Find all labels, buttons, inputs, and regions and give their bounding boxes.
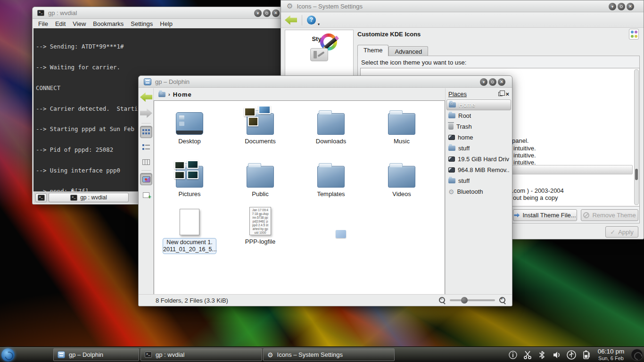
dolphin-app-icon: [58, 351, 65, 358]
terminal-line: --> Waiting for carrier.: [36, 64, 279, 71]
taskbar-item-wvdial[interactable]: gp : wvdial: [140, 348, 262, 361]
new-tab-button[interactable]: [35, 193, 47, 202]
folder-view[interactable]: Desktop Documents Downloads Music: [154, 100, 445, 295]
help-icon: ?: [307, 16, 316, 25]
battery-icon[interactable]: [581, 350, 591, 360]
gear-icon: ⚙: [287, 2, 293, 10]
settings-titlebar[interactable]: ⚙ Icons – System Settings ▾ ×: [281, 0, 644, 12]
folder-item-desktop[interactable]: Desktop: [161, 105, 218, 145]
clock[interactable]: 06:10 pm Sun, 6 Feb: [594, 348, 628, 361]
notifications-icon[interactable]: [508, 350, 518, 360]
cursor-artifact: [336, 230, 346, 238]
maximize-button[interactable]: [263, 9, 271, 17]
zoom-in-icon[interactable]: +: [499, 296, 506, 304]
scrollbar[interactable]: [634, 69, 639, 205]
icon-sizes-icon[interactable]: [629, 29, 639, 40]
zoom-out-icon[interactable]: −: [438, 296, 446, 304]
icons-view-icon: [142, 129, 150, 135]
menu-settings[interactable]: Settings: [131, 20, 153, 27]
place-stuff[interactable]: stuff: [446, 143, 511, 154]
close-button[interactable]: ×: [498, 78, 505, 86]
folder-item-pictures[interactable]: Pictures: [161, 157, 218, 197]
zoom-slider[interactable]: [450, 299, 495, 301]
chevron-down-icon: ▾: [318, 22, 320, 26]
menu-view[interactable]: View: [73, 20, 86, 27]
device-notifier-icon[interactable]: [566, 350, 577, 360]
klipper-scissors-icon[interactable]: [522, 350, 533, 360]
drive-icon: [448, 135, 455, 140]
folder-icon: [448, 146, 455, 151]
folder-item-public[interactable]: Public: [232, 157, 289, 197]
taskbar-item-system-settings[interactable]: ⚙ Icons – System Settings: [263, 348, 395, 361]
help-button[interactable]: ? ▾: [307, 16, 316, 25]
folder-item-videos[interactable]: Videos: [373, 157, 430, 197]
terminal-line: --> Sending: ATDT*99***1#: [36, 43, 279, 50]
workspace-tools-icon[interactable]: [310, 48, 328, 61]
preview-button[interactable]: [140, 173, 152, 185]
clock-time: 06:10 pm: [594, 348, 628, 355]
place-home-partition[interactable]: home: [446, 132, 511, 143]
close-panel-icon[interactable]: ×: [505, 91, 509, 97]
close-button[interactable]: ×: [272, 9, 280, 17]
maximize-button[interactable]: [618, 3, 625, 10]
settings-tabs: Theme Advanced: [357, 45, 428, 56]
remove-theme-button[interactable]: Remove Theme: [581, 209, 638, 221]
zoom-slider-handle[interactable]: [461, 297, 468, 304]
place-root[interactable]: Root: [446, 110, 511, 121]
place-bluetooth[interactable]: ⚙ Bluetooth: [446, 186, 511, 197]
breadcrumb-home[interactable]: Home: [173, 91, 192, 98]
app-launcher-icon[interactable]: [1, 348, 15, 362]
sidebar-item-style[interactable]: Style: [285, 30, 353, 42]
place-trash[interactable]: Trash: [446, 121, 511, 132]
scrollbar-thumb[interactable]: [635, 169, 638, 180]
terminal-tab[interactable]: gp : wvdial: [49, 193, 129, 202]
breadcrumb[interactable]: ⌂ › Home: [154, 88, 445, 100]
install-icon: [514, 213, 520, 217]
preview-icon: [142, 176, 150, 182]
folder-item-downloads[interactable]: Downloads: [303, 105, 359, 145]
menu-bookmarks[interactable]: Bookmarks: [93, 20, 124, 27]
terminal-menubar: File Edit View Bookmarks Settings Help: [33, 19, 281, 28]
split-view-button[interactable]: [140, 189, 152, 201]
taskbar-item-dolphin[interactable]: gp – Dolphin: [53, 348, 139, 361]
forward-button[interactable]: [140, 107, 152, 119]
install-theme-button[interactable]: Install Theme File...: [513, 209, 577, 221]
bluetooth-icon[interactable]: [537, 350, 547, 360]
place-removable[interactable]: 964.8 MiB Remov...: [446, 165, 511, 175]
place-stuff-2[interactable]: stuff: [446, 175, 511, 186]
icons-view-button[interactable]: [140, 126, 152, 138]
file-item-ppp-logfile[interactable]: Jan 17 09:4 7:18 gp-Asp ire-5738 pp pd[1…: [232, 205, 289, 245]
panel-toolbox-icon[interactable]: [631, 349, 643, 361]
minimize-button[interactable]: ▾: [254, 9, 262, 17]
maximize-button[interactable]: [489, 78, 496, 86]
places-title: Places: [448, 90, 495, 98]
terminal-titlebar[interactable]: gp : wvdial ▾ ×: [33, 7, 282, 19]
columns-view-button[interactable]: [140, 156, 152, 168]
back-button[interactable]: [140, 91, 152, 103]
float-panel-icon[interactable]: [498, 92, 503, 96]
back-icon[interactable]: [285, 16, 297, 25]
close-button[interactable]: ×: [627, 3, 634, 10]
tab-advanced[interactable]: Advanced: [388, 46, 428, 56]
tab-theme[interactable]: Theme: [357, 45, 388, 56]
system-tray: [508, 347, 591, 362]
menu-edit[interactable]: Edit: [55, 20, 66, 27]
file-item-new-document[interactable]: New document 1. 2011_01_20_16_5...: [161, 205, 218, 254]
folder-item-documents[interactable]: Documents: [232, 105, 289, 145]
place-hard-drive[interactable]: 19.5 GiB Hard Drive: [446, 154, 511, 165]
folder-item-music[interactable]: Music: [373, 105, 430, 145]
clock-date: Sun, 6 Feb: [594, 355, 628, 361]
volume-icon[interactable]: [552, 350, 562, 360]
terminal-icon: [38, 195, 45, 201]
dolphin-titlebar[interactable]: gp – Dolphin ▾ ×: [139, 76, 512, 88]
apply-button[interactable]: ✓ Apply: [605, 226, 638, 238]
minimize-button[interactable]: ▾: [609, 3, 616, 10]
menu-help[interactable]: Help: [160, 20, 173, 27]
folder-item-templates[interactable]: Templates: [303, 157, 359, 197]
menu-file[interactable]: File: [38, 20, 48, 27]
place-home[interactable]: ⌂ Home: [446, 99, 511, 110]
details-view-button[interactable]: [140, 141, 152, 153]
dolphin-window: gp – Dolphin ▾ × ⌂ › Home: [138, 75, 512, 306]
minimize-button[interactable]: ▾: [480, 78, 487, 86]
dolphin-app-icon: [144, 78, 151, 85]
